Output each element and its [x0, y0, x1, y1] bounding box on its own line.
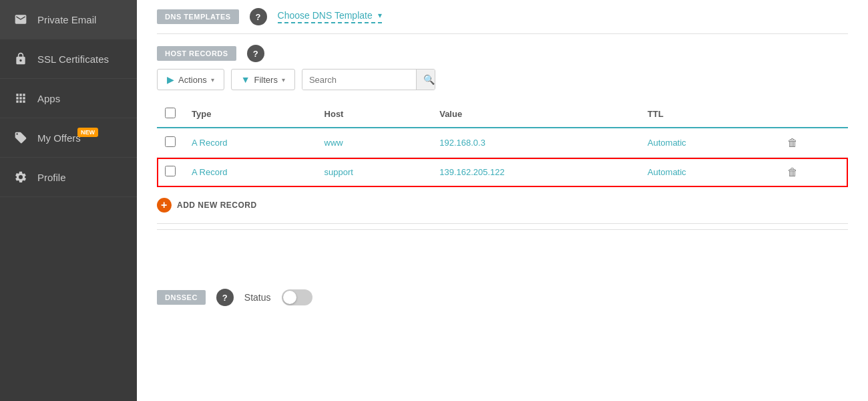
row-delete-cell: 🗑: [779, 158, 848, 187]
delete-button-0[interactable]: 🗑: [787, 137, 798, 149]
sidebar: Private Email SSL Certificates Apps My O…: [0, 0, 137, 401]
sidebar-item-my-offers[interactable]: My Offers NEW: [0, 118, 137, 158]
filters-chevron-icon: ▾: [282, 76, 285, 84]
host-records-help[interactable]: ?: [247, 45, 264, 62]
sidebar-item-profile[interactable]: Profile: [0, 158, 137, 197]
dns-templates-section: DNS TEMPLATES ? Choose DNS Template ▾: [157, 0, 848, 34]
sidebar-label-my-offers: My Offers: [37, 132, 81, 144]
toggle-knob: [283, 291, 296, 304]
sidebar-label-apps: Apps: [37, 93, 60, 104]
table-header-row: Type Host Value TTL: [157, 101, 848, 128]
column-host: Host: [316, 101, 432, 128]
row-value: 139.162.205.122: [431, 158, 640, 187]
choose-dns-dropdown[interactable]: Choose DNS Template ▾: [278, 10, 382, 23]
divider: [157, 229, 848, 230]
row-host: support: [316, 158, 432, 187]
row-type: A Record: [184, 128, 316, 158]
dnssec-button[interactable]: DNSSEC: [157, 290, 206, 305]
sidebar-label-ssl-certificates: SSL Certificates: [37, 53, 109, 65]
envelope-icon: [13, 12, 28, 27]
dnssec-section: DNSSEC ? Status: [157, 275, 848, 313]
add-new-record-button[interactable]: + ADD NEW RECORD: [157, 198, 257, 213]
row-value: 192.168.0.3: [431, 128, 640, 158]
new-badge: NEW: [77, 128, 98, 137]
dns-templates-button[interactable]: DNS TEMPLATES: [157, 9, 239, 24]
actions-bar: ▶ Actions ▾ ▼ Filters ▾ 🔍: [157, 69, 848, 90]
actions-label: Actions: [178, 75, 207, 85]
dnssec-status-label: Status: [244, 292, 271, 303]
filters-label: Filters: [254, 75, 278, 85]
row-ttl: Automatic: [640, 128, 780, 158]
choose-dns-label: Choose DNS Template: [278, 10, 373, 21]
dnssec-help[interactable]: ?: [216, 289, 234, 306]
column-value: Value: [431, 101, 640, 128]
sidebar-label-profile: Profile: [37, 172, 66, 183]
add-record-label: ADD NEW RECORD: [177, 200, 257, 210]
sidebar-item-ssl-certificates[interactable]: SSL Certificates: [0, 39, 137, 79]
dnssec-toggle[interactable]: [282, 289, 312, 305]
row-checkbox-1[interactable]: [165, 166, 176, 176]
column-type: Type: [184, 101, 316, 128]
sidebar-item-private-email[interactable]: Private Email: [0, 0, 137, 39]
host-records-button[interactable]: HOST RECORDS: [157, 46, 236, 61]
chevron-down-icon: ▾: [378, 11, 382, 20]
row-delete-cell: 🗑: [779, 128, 848, 158]
column-actions: [779, 101, 848, 128]
filter-icon: ▼: [241, 74, 250, 85]
tag-icon: [13, 130, 28, 145]
actions-chevron-icon: ▾: [211, 76, 214, 84]
table-row: A Record support 139.162.205.122 Automat…: [157, 158, 848, 187]
search-box: 🔍: [302, 69, 435, 90]
row-checkbox-0[interactable]: [165, 136, 176, 147]
sidebar-item-apps[interactable]: Apps: [0, 79, 137, 118]
delete-button-1[interactable]: 🗑: [787, 166, 798, 178]
sidebar-label-private-email: Private Email: [37, 14, 96, 25]
actions-button[interactable]: ▶ Actions ▾: [157, 69, 224, 90]
host-records-header: HOST RECORDS ?: [157, 34, 848, 69]
column-ttl: TTL: [640, 101, 780, 128]
search-input[interactable]: [302, 70, 416, 90]
add-record-row: + ADD NEW RECORD: [157, 187, 848, 224]
lock-icon: [13, 51, 28, 66]
apps-icon: [13, 91, 28, 106]
filters-button[interactable]: ▼ Filters ▾: [231, 69, 295, 90]
row-host: www: [316, 128, 432, 158]
plus-icon: +: [157, 198, 172, 213]
row-checkbox-cell: [157, 128, 184, 158]
spacer: [157, 235, 848, 275]
search-button[interactable]: 🔍: [416, 70, 435, 90]
table-row: A Record www 192.168.0.3 Automatic 🗑: [157, 128, 848, 158]
main-content: DNS TEMPLATES ? Choose DNS Template ▾ HO…: [137, 0, 868, 401]
row-checkbox-cell: [157, 158, 184, 187]
dns-templates-help[interactable]: ?: [250, 8, 267, 25]
row-type: A Record: [184, 158, 316, 187]
gear-icon: [13, 170, 28, 184]
select-all-checkbox[interactable]: [165, 108, 176, 118]
records-table: Type Host Value TTL A Record www 192.168…: [157, 101, 848, 187]
play-icon: ▶: [167, 74, 174, 85]
header-checkbox-cell: [157, 101, 184, 128]
row-ttl: Automatic: [640, 158, 780, 187]
